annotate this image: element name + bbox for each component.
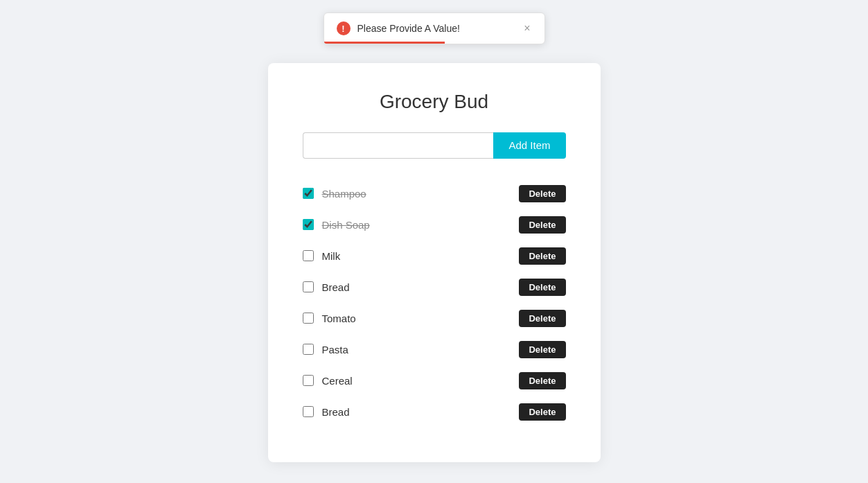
item-label: Shampoo xyxy=(322,188,511,200)
toast-progress-bar xyxy=(324,42,445,44)
item-checkbox[interactable] xyxy=(303,313,314,324)
toast-notification: ! Please Provide A Value! × xyxy=(324,12,545,44)
list-item: CerealDelete xyxy=(303,365,566,396)
item-checkbox[interactable] xyxy=(303,406,314,417)
item-label: Dish Soap xyxy=(322,219,511,231)
item-label: Bread xyxy=(322,406,511,418)
list-item: TomatoDelete xyxy=(303,303,566,334)
item-label: Bread xyxy=(322,281,511,293)
list-item: MilkDelete xyxy=(303,240,566,272)
item-input[interactable] xyxy=(303,132,494,159)
list-item: BreadDelete xyxy=(303,396,566,428)
item-label: Milk xyxy=(322,250,511,262)
add-item-row: Add Item xyxy=(303,132,566,159)
delete-button[interactable]: Delete xyxy=(519,216,565,234)
item-checkbox[interactable] xyxy=(303,281,314,292)
list-item: ShampooDelete xyxy=(303,178,566,209)
list-item: Dish SoapDelete xyxy=(303,209,566,240)
add-item-button[interactable]: Add Item xyxy=(493,132,565,159)
toast-message: Please Provide A Value! xyxy=(357,23,516,34)
toast-error-icon: ! xyxy=(337,21,351,35)
delete-button[interactable]: Delete xyxy=(519,372,565,389)
delete-button[interactable]: Delete xyxy=(519,279,565,296)
item-label: Tomato xyxy=(322,313,511,324)
main-card: Grocery Bud Add Item ShampooDeleteDish S… xyxy=(268,63,601,462)
item-checkbox[interactable] xyxy=(303,250,314,261)
delete-button[interactable]: Delete xyxy=(519,247,565,265)
item-label: Pasta xyxy=(322,344,511,355)
app-title: Grocery Bud xyxy=(303,91,566,113)
item-checkbox[interactable] xyxy=(303,219,314,230)
item-checkbox[interactable] xyxy=(303,344,314,355)
grocery-list: ShampooDeleteDish SoapDeleteMilkDeleteBr… xyxy=(303,178,566,428)
list-item: BreadDelete xyxy=(303,272,566,303)
toast-close-button[interactable]: × xyxy=(522,23,531,34)
item-checkbox[interactable] xyxy=(303,375,314,386)
delete-button[interactable]: Delete xyxy=(519,403,565,421)
list-item: PastaDelete xyxy=(303,334,566,365)
item-checkbox[interactable] xyxy=(303,188,314,199)
delete-button[interactable]: Delete xyxy=(519,185,565,202)
item-label: Cereal xyxy=(322,375,511,387)
delete-button[interactable]: Delete xyxy=(519,310,565,327)
delete-button[interactable]: Delete xyxy=(519,341,565,358)
